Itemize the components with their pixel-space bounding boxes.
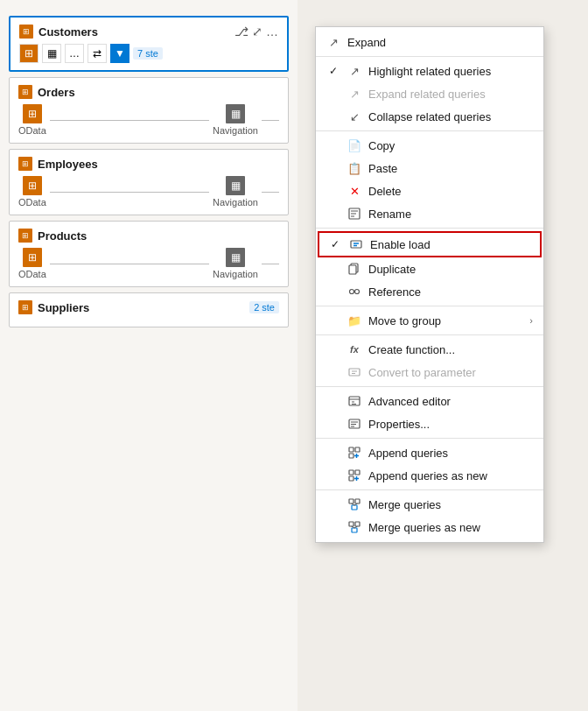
append-queries-icon bbox=[347, 446, 361, 460]
append-new-icon bbox=[347, 468, 361, 482]
products-flow: ⊞ OData ▦ Navigation bbox=[18, 248, 279, 279]
svg-rect-40 bbox=[352, 528, 357, 532]
query-title-orders: Orders bbox=[38, 86, 75, 99]
move-to-group-label: Move to group bbox=[368, 314, 441, 327]
rename-icon bbox=[347, 207, 361, 221]
menu-item-advanced-editor[interactable]: Advanced editor bbox=[316, 390, 543, 412]
menu-item-properties[interactable]: Properties... bbox=[316, 412, 543, 435]
menu-item-paste[interactable]: 📋 Paste bbox=[316, 157, 543, 180]
menu-item-enable-load[interactable]: ✓ Enable load bbox=[318, 231, 542, 257]
tb-grid-icon[interactable]: ⊞ bbox=[19, 44, 38, 63]
reference-label: Reference bbox=[368, 285, 421, 299]
query-card-customers[interactable]: ⊞ Customers ⎇ ⤢ … ⊞ ▦ … ⇄ ▼ 7 ste bbox=[9, 16, 289, 72]
highlight-related-label: Highlight related queries bbox=[368, 65, 491, 78]
expand-label: Expand bbox=[347, 36, 386, 49]
convert-spacer bbox=[326, 365, 340, 379]
delete-icon: ✕ bbox=[347, 184, 361, 198]
merge-queries-spacer bbox=[326, 497, 340, 511]
check-enable-icon: ✓ bbox=[328, 237, 342, 251]
svg-rect-38 bbox=[349, 522, 354, 526]
expand-related-label: Expand related queries bbox=[368, 88, 486, 101]
collapse-related-label: Collapse related queries bbox=[368, 110, 491, 123]
menu-item-move-to-group[interactable]: 📁 Move to group › bbox=[316, 309, 543, 332]
odata-icon-employees: ⊞ bbox=[23, 176, 42, 195]
svg-rect-39 bbox=[355, 522, 360, 526]
query-panel: ⊞ Customers ⎇ ⤢ … ⊞ ▦ … ⇄ ▼ 7 ste ⊞ Orde… bbox=[0, 0, 298, 711]
collapse-related-icon: ↙ bbox=[347, 109, 361, 123]
create-function-spacer bbox=[326, 342, 340, 356]
svg-rect-34 bbox=[355, 499, 360, 503]
nav-icon-employees: ▦ bbox=[226, 176, 245, 195]
expand-related-spacer bbox=[326, 87, 340, 101]
collapse-related-spacer bbox=[326, 109, 340, 123]
move-group-spacer bbox=[326, 313, 340, 327]
table-icon-customers: ⊞ bbox=[19, 25, 33, 39]
separator-6 bbox=[316, 386, 543, 387]
svg-rect-35 bbox=[352, 505, 357, 510]
tb-transform-icon[interactable]: ⇄ bbox=[88, 44, 107, 63]
menu-item-collapse-related[interactable]: ↙ Collapse related queries bbox=[316, 105, 543, 128]
more-icon[interactable]: … bbox=[266, 25, 278, 39]
enable-load-label: Enable load bbox=[370, 238, 430, 251]
menu-item-expand[interactable]: ↗ Expand bbox=[316, 31, 543, 53]
svg-rect-28 bbox=[349, 470, 354, 475]
reference-icon bbox=[347, 285, 361, 299]
odata-label-orders: OData bbox=[18, 125, 46, 136]
query-card-employees[interactable]: ⊞ Employees ⊞ OData ▦ Navigation bbox=[9, 149, 289, 215]
card-icons-suppliers: 2 ste bbox=[249, 301, 279, 313]
rename-spacer bbox=[326, 207, 340, 221]
tb-table-icon[interactable]: ▦ bbox=[42, 44, 61, 63]
query-card-products[interactable]: ⊞ Products ⊞ OData ▦ Navigation bbox=[9, 221, 289, 287]
convert-to-parameter-label: Convert to parameter bbox=[368, 366, 476, 379]
flow-line-employees bbox=[50, 192, 209, 193]
menu-item-append-queries[interactable]: Append queries bbox=[316, 441, 543, 464]
flow-line-products bbox=[50, 264, 209, 264]
menu-item-reference[interactable]: Reference bbox=[316, 280, 543, 303]
query-title-suppliers: Suppliers bbox=[38, 301, 89, 314]
nav-label-products: Navigation bbox=[213, 269, 258, 279]
svg-rect-12 bbox=[349, 369, 360, 376]
flow-line-orders bbox=[50, 120, 209, 121]
flow-line2-orders bbox=[262, 120, 279, 121]
employees-flow: ⊞ OData ▦ Navigation bbox=[18, 176, 279, 208]
menu-item-copy[interactable]: 📄 Copy bbox=[316, 134, 543, 157]
tb-dots-icon[interactable]: … bbox=[65, 44, 84, 63]
odata-icon-orders: ⊞ bbox=[23, 104, 42, 123]
svg-rect-8 bbox=[349, 265, 356, 274]
menu-item-create-function[interactable]: fx Create function... bbox=[316, 338, 543, 361]
svg-rect-33 bbox=[349, 499, 354, 503]
menu-item-rename[interactable]: Rename bbox=[316, 202, 543, 225]
copy-spacer bbox=[326, 138, 340, 152]
convert-icon bbox=[347, 365, 361, 379]
menu-item-append-queries-new[interactable]: Append queries as new bbox=[316, 464, 543, 487]
odata-label-employees: OData bbox=[18, 197, 46, 208]
query-card-suppliers[interactable]: ⊞ Suppliers 2 ste bbox=[9, 292, 289, 327]
customers-step-badge: 7 ste bbox=[133, 47, 163, 60]
properties-spacer bbox=[326, 417, 340, 431]
menu-item-delete[interactable]: ✕ Delete bbox=[316, 180, 543, 202]
merge-new-spacer bbox=[326, 520, 340, 534]
menu-item-merge-queries-new[interactable]: Merge queries as new bbox=[316, 516, 543, 539]
customers-toolbar: ⊞ ▦ … ⇄ ▼ 7 ste bbox=[19, 44, 278, 63]
flow-line2-products bbox=[262, 264, 279, 264]
separator-8 bbox=[316, 489, 543, 490]
flow-line2-employees bbox=[262, 192, 279, 193]
separator-7 bbox=[316, 438, 543, 439]
svg-rect-25 bbox=[349, 454, 354, 458]
tb-filter-icon[interactable]: ▼ bbox=[110, 44, 130, 63]
odata-icon-products: ⊞ bbox=[23, 248, 42, 267]
query-title-customers: Customers bbox=[38, 25, 98, 39]
query-card-orders[interactable]: ⊞ Orders ⊞ OData ▦ Navigation bbox=[9, 77, 289, 144]
properties-icon bbox=[347, 417, 361, 431]
menu-item-merge-queries[interactable]: Merge queries bbox=[316, 493, 543, 516]
create-function-label: Create function... bbox=[368, 343, 455, 356]
table-icon-products: ⊞ bbox=[18, 229, 32, 243]
menu-item-duplicate[interactable]: Duplicate bbox=[316, 257, 543, 280]
separator-4 bbox=[316, 306, 543, 306]
share-icon: ⎇ bbox=[234, 25, 248, 39]
check-highlight-icon: ✓ bbox=[326, 64, 340, 78]
menu-item-highlight-related[interactable]: ✓ ↗ Highlight related queries bbox=[316, 60, 543, 82]
duplicate-label: Duplicate bbox=[368, 263, 416, 276]
suppliers-step-badge: 2 ste bbox=[249, 301, 279, 313]
orders-flow: ⊞ OData ▦ Navigation bbox=[18, 104, 279, 136]
